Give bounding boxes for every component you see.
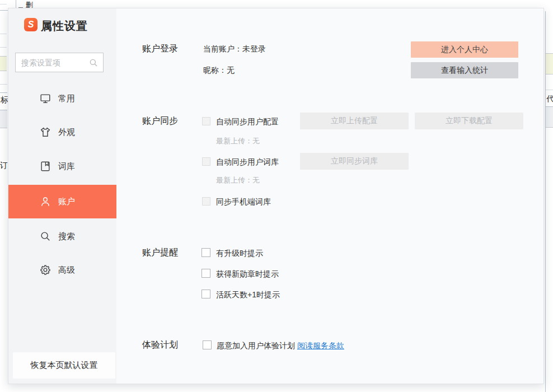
nickname-text: 昵称：无 <box>203 65 235 75</box>
section-sync-label: 账户同步 <box>142 115 178 127</box>
sidebar-item-label: 词库 <box>58 161 75 172</box>
background-grid-line <box>546 90 553 90</box>
checkbox-auto-sync-config[interactable] <box>202 117 210 125</box>
tshirt-icon <box>39 126 51 138</box>
checkbox-experience-plan[interactable] <box>203 340 212 349</box>
gear-icon <box>39 264 51 276</box>
account-settings-panel: 账户登录 当前账户：未登录 昵称：无 进入个人中心 查看输入统计 账户同步 自动… <box>116 8 543 384</box>
sidebar-item-search[interactable]: 搜索 <box>8 220 116 253</box>
upload-config-button[interactable]: 立即上传配置 <box>300 113 409 129</box>
sidebar-item-appearance[interactable]: 外观 <box>8 115 116 149</box>
terms-of-service-link[interactable]: 阅读服务条款 <box>297 341 344 350</box>
active-days-reminder-label: 活跃天数+1时提示 <box>216 290 280 300</box>
sidebar-item-label: 外观 <box>58 127 75 138</box>
dialog-title: 属性设置 <box>41 18 88 34</box>
section-reminder-label: 账户提醒 <box>142 247 178 258</box>
checkbox-medal-reminder[interactable] <box>201 269 210 278</box>
sidebar-item-label: 常用 <box>58 94 75 104</box>
upgrade-reminder-label: 有升级时提示 <box>216 248 263 258</box>
background-cell <box>546 53 553 74</box>
settings-search-box <box>15 53 104 72</box>
sidebar: S 属性设置 常用 外观 词库 <box>8 8 116 384</box>
experience-plan-row: 愿意加入用户体验计划 阅读服务条款 <box>217 340 344 351</box>
download-config-button[interactable]: 立即下载配置 <box>415 113 523 129</box>
background-cell <box>0 110 7 128</box>
sidebar-item-label: 高级 <box>58 265 75 276</box>
current-account-text: 当前账户：未登录 <box>203 44 266 54</box>
background-cell <box>0 56 7 71</box>
sidebar-item-lexicon[interactable]: 词库 <box>8 150 116 183</box>
monitor-icon <box>39 92 51 105</box>
auto-sync-lexicon-label: 自动同步用户词库 <box>216 157 279 167</box>
checkbox-upgrade-reminder[interactable] <box>201 248 210 257</box>
background-grid-line <box>0 84 7 85</box>
checkbox-sync-mobile-lexicon[interactable] <box>202 197 210 206</box>
sogou-logo-icon: S <box>24 18 38 31</box>
book-bookmark-icon <box>39 160 51 172</box>
sidebar-item-account[interactable]: 账户 <box>8 185 116 218</box>
background-grid-line <box>0 34 7 34</box>
sidebar-item-label: 搜索 <box>58 231 75 242</box>
section-experience-label: 体验计划 <box>142 339 178 351</box>
search-icon <box>88 58 99 68</box>
background-char: 订 <box>0 161 8 171</box>
settings-dialog: S 属性设置 常用 外观 词库 <box>8 8 544 384</box>
section-login-label: 账户登录 <box>142 43 178 54</box>
user-icon <box>39 195 51 208</box>
background-char: 代 <box>546 94 553 104</box>
input-stats-button[interactable]: 查看输入统计 <box>411 62 518 78</box>
restore-defaults-button[interactable]: 恢复本页默认设置 <box>13 352 115 379</box>
last-upload-lexicon-text: 最新上传：无 <box>216 176 260 185</box>
background-char: 标 <box>1 95 8 105</box>
background-cell <box>546 107 553 128</box>
search-icon <box>39 230 51 242</box>
background-grid-line <box>0 92 7 93</box>
personal-center-button[interactable]: 进入个人中心 <box>411 41 518 58</box>
checkbox-active-days-reminder[interactable] <box>201 290 210 298</box>
experience-plan-label: 愿意加入用户体验计划 <box>217 341 295 350</box>
checkbox-auto-sync-lexicon[interactable] <box>202 157 210 166</box>
auto-sync-config-label: 自动同步用户配置 <box>216 116 279 127</box>
sidebar-item-label: 账户 <box>58 197 75 207</box>
background-grid-line <box>0 47 7 48</box>
last-upload-config-text: 最新上传：无 <box>216 137 260 146</box>
sync-lexicon-button[interactable]: 立即同步词库 <box>300 153 409 170</box>
background-grid-line <box>0 4 7 4</box>
sync-mobile-lexicon-label: 同步手机端词库 <box>216 197 271 207</box>
medal-reminder-label: 获得新勋章时提示 <box>216 269 279 279</box>
sidebar-item-advanced[interactable]: 高级 <box>8 253 116 287</box>
sidebar-item-common[interactable]: 常用 <box>8 82 116 115</box>
